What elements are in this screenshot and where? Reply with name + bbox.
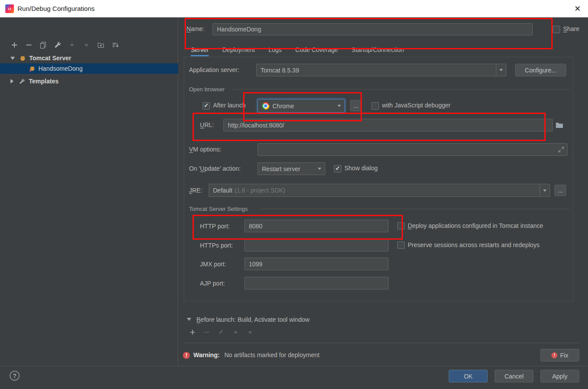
tomcat-settings-group-label: Tomcat Server Settings [189, 206, 248, 212]
move-down-icon[interactable] [247, 329, 254, 336]
url-input[interactable] [224, 119, 553, 131]
before-launch-toolbar [189, 329, 254, 336]
preserve-sessions-label: Preserve sessions across restarts and re… [408, 241, 540, 248]
share-checkbox[interactable] [553, 26, 560, 33]
cancel-button[interactable]: Cancel [495, 370, 533, 382]
on-update-action-value: Restart server [262, 165, 300, 172]
tree-item-label: Templates [29, 78, 58, 85]
tree-item-handsomedong[interactable]: HandsomeDong [0, 63, 178, 74]
chevron-down-icon[interactable] [540, 184, 550, 196]
jmx-port-input[interactable] [244, 258, 389, 270]
http-port-label: HTTP port: [200, 223, 230, 230]
jmx-port-label: JMX port: [200, 261, 226, 268]
tree-item-label: HandsomeDong [38, 65, 83, 72]
edit-defaults-icon[interactable] [54, 41, 62, 49]
https-port-input[interactable] [244, 239, 389, 251]
tab-deployment[interactable]: Deployment [222, 46, 255, 53]
jre-hint: (1.8 - project SDK) [234, 187, 285, 194]
close-icon[interactable]: ✕ [567, 0, 588, 17]
tree-item-templates[interactable]: Templates [0, 76, 178, 86]
title-bar: IJ Run/Debug Configurations ✕ [0, 0, 588, 17]
name-label: Name: [186, 25, 204, 32]
add-icon[interactable] [189, 329, 196, 336]
before-launch-collapse-icon[interactable] [187, 318, 191, 321]
move-down-icon[interactable] [83, 41, 90, 49]
browser-combo[interactable]: Chrome [258, 99, 345, 113]
chevron-down-icon[interactable] [10, 57, 15, 60]
copy-icon[interactable] [39, 41, 47, 49]
help-icon[interactable]: ? [10, 371, 20, 381]
apply-button[interactable]: Apply [540, 370, 579, 382]
run-debug-configurations-dialog: IJ Run/Debug Configurations ✕ [0, 0, 588, 389]
jre-more-button[interactable]: ... [554, 185, 566, 196]
chrome-icon [262, 102, 269, 110]
share-label: Share [563, 25, 579, 32]
tab-startup-connection[interactable]: Startup/Connection [351, 46, 404, 53]
after-launch-checkbox[interactable] [203, 102, 210, 110]
group-separator [232, 89, 570, 90]
window-title: Run/Debug Configurations [17, 0, 95, 17]
jre-label: JRE: [189, 187, 202, 194]
remove-icon[interactable] [203, 329, 210, 336]
warning-icon [183, 352, 190, 359]
chevron-right-icon[interactable] [10, 79, 14, 83]
configure-button[interactable]: Configure... [515, 64, 566, 76]
https-port-label: HTTPs port: [200, 242, 233, 249]
on-update-action-label: On 'Update' action: [189, 165, 241, 172]
chevron-down-icon[interactable] [337, 105, 341, 107]
after-launch-label: After launch [213, 102, 246, 109]
separator [183, 343, 581, 343]
warning-title: Warning: [193, 351, 220, 358]
tree-item-label: Tomcat Server [29, 55, 71, 62]
tab-logs[interactable]: Logs [268, 46, 282, 53]
fix-button[interactable]: Fix [540, 349, 579, 361]
deploy-apps-checkbox[interactable] [397, 222, 405, 230]
chevron-down-icon[interactable] [318, 168, 321, 170]
fix-button-label: Fix [560, 352, 568, 359]
footer-separator [0, 366, 588, 366]
tab-server[interactable]: Server [191, 46, 209, 53]
edit-icon[interactable] [218, 329, 225, 336]
application-server-combo[interactable]: Tomcat 8.5.39 [256, 64, 506, 76]
warning-message: No artifacts marked for deployment [224, 351, 320, 358]
group-separator [260, 209, 570, 209]
configurations-sidebar: Tomcat Server HandsomeDong Templates [0, 17, 178, 366]
ajp-port-input[interactable] [244, 277, 389, 289]
error-icon [551, 352, 557, 358]
move-up-icon[interactable] [68, 41, 76, 49]
tomcat-run-config-icon [29, 65, 36, 72]
intellij-logo-icon: IJ [5, 4, 14, 13]
ajp-port-label: AJP port: [200, 280, 225, 287]
ok-button[interactable]: OK [449, 370, 488, 382]
tomcat-icon [19, 55, 26, 62]
folder-browse-icon[interactable] [555, 121, 564, 129]
vm-options-input[interactable] [258, 143, 567, 156]
jre-value: Default [213, 187, 232, 194]
move-up-icon[interactable] [232, 329, 239, 336]
chevron-down-icon[interactable] [496, 64, 506, 76]
on-update-action-combo[interactable]: Restart server [258, 162, 325, 175]
open-browser-group-label: Open browser [189, 86, 225, 93]
wrench-icon [19, 78, 25, 85]
show-dialog-checkbox[interactable] [334, 165, 341, 172]
application-server-label: Application server: [189, 66, 239, 73]
jre-combo[interactable]: Default (1.8 - project SDK) [209, 184, 550, 197]
remove-icon[interactable] [25, 41, 33, 49]
show-dialog-label: Show dialog [344, 165, 378, 172]
vm-options-label: VM options: [189, 146, 221, 153]
browser-value: Chrome [272, 103, 294, 110]
tree-item-tomcat-server[interactable]: Tomcat Server [0, 53, 178, 63]
tab-code-coverage[interactable]: Code Coverage [295, 46, 338, 53]
browse-browser-button[interactable]: ... [350, 100, 361, 111]
http-port-input[interactable] [244, 220, 389, 232]
js-debugger-label: with JavaScript debugger [382, 102, 450, 109]
application-server-value: Tomcat 8.5.39 [261, 67, 299, 74]
js-debugger-checkbox[interactable] [371, 102, 379, 110]
preserve-sessions-checkbox[interactable] [397, 241, 405, 249]
name-input[interactable] [213, 23, 533, 35]
add-icon[interactable] [10, 41, 18, 49]
sort-icon[interactable] [111, 41, 119, 49]
new-folder-icon[interactable] [97, 41, 105, 49]
expand-field-icon[interactable] [557, 146, 565, 153]
url-label: URL: [200, 121, 214, 128]
